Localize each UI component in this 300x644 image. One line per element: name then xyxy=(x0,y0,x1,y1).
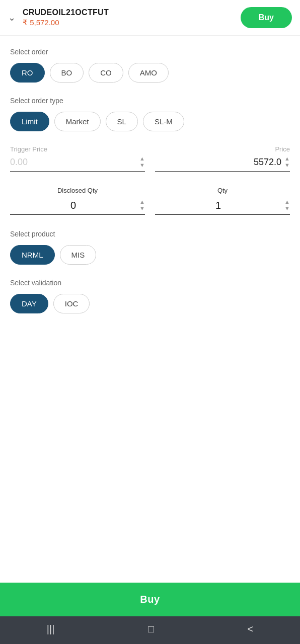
product-option-mis[interactable]: MIS xyxy=(60,245,97,265)
order-sub-type-group: Limit Market SL SL-M xyxy=(10,112,290,131)
header: ⌄ CRUDEOIL21OCTFUT ₹ 5,572.00 Buy xyxy=(0,0,300,36)
qty-spinner: ▲ ▼ xyxy=(284,199,290,211)
qty-value[interactable]: 1 xyxy=(155,200,281,211)
instrument-price: ₹ 5,572.00 xyxy=(23,18,237,27)
instrument-title: CRUDEOIL21OCTFUT xyxy=(23,8,237,17)
select-order-type-section: Select order type Limit Market SL SL-M xyxy=(10,97,290,131)
footer-buy-button[interactable]: Buy xyxy=(0,583,300,616)
main-content: Select order RO BO CO AMO Select order t… xyxy=(0,36,300,455)
product-group: NRML MIS xyxy=(10,245,290,265)
trigger-price-down-arrow[interactable]: ▼ xyxy=(139,163,145,168)
validation-option-day[interactable]: DAY xyxy=(10,294,48,313)
price-up-arrow[interactable]: ▲ xyxy=(284,156,290,162)
disclosed-qty-value[interactable]: 0 xyxy=(10,200,136,211)
order-option-bo[interactable]: BO xyxy=(50,63,84,83)
order-type-sl[interactable]: SL xyxy=(106,112,138,131)
qty-wrap: 1 ▲ ▼ xyxy=(155,199,290,215)
disclosed-qty-label: Disclosed Qty xyxy=(10,187,145,194)
select-validation-section: Select validation DAY IOC xyxy=(10,279,290,313)
trigger-price-up-arrow[interactable]: ▲ xyxy=(139,156,145,162)
order-type-slm[interactable]: SL-M xyxy=(143,112,184,131)
price-fields-row: Trigger Price 0.00 ▲ ▼ Price 5572.0 ▲ ▼ xyxy=(10,145,290,172)
disclosed-qty-up-arrow[interactable]: ▲ xyxy=(139,199,145,205)
price-spinner: ▲ ▼ xyxy=(284,156,290,168)
product-option-nrml[interactable]: NRML xyxy=(10,245,55,265)
order-type-group: RO BO CO AMO xyxy=(10,63,290,83)
select-product-label: Select product xyxy=(10,230,290,238)
trigger-price-spinner: ▲ ▼ xyxy=(139,156,145,168)
order-type-market[interactable]: Market xyxy=(54,112,101,131)
buy-button-header[interactable]: Buy xyxy=(241,7,292,28)
disclosed-qty-spinner: ▲ ▼ xyxy=(139,199,145,211)
price-down-arrow[interactable]: ▼ xyxy=(284,163,290,168)
select-order-section: Select order RO BO CO AMO xyxy=(10,48,290,83)
order-option-ro[interactable]: RO xyxy=(10,63,45,83)
price-wrap: 5572.0 ▲ ▼ xyxy=(155,156,290,172)
select-order-type-label: Select order type xyxy=(10,97,290,105)
menu-icon[interactable]: ||| xyxy=(47,623,55,635)
home-icon[interactable]: □ xyxy=(148,623,154,635)
order-option-co[interactable]: CO xyxy=(89,63,123,83)
select-product-section: Select product NRML MIS xyxy=(10,230,290,265)
nav-bar: ||| □ < xyxy=(0,616,300,644)
order-option-amo[interactable]: AMO xyxy=(128,63,169,83)
qty-down-arrow[interactable]: ▼ xyxy=(284,206,290,211)
price-group: Price 5572.0 ▲ ▼ xyxy=(155,145,290,172)
validation-option-ioc[interactable]: IOC xyxy=(53,294,90,313)
trigger-price-group: Trigger Price 0.00 ▲ ▼ xyxy=(10,145,145,172)
trigger-price-value[interactable]: 0.00 xyxy=(10,157,136,168)
select-validation-label: Select validation xyxy=(10,279,290,287)
qty-fields-row: Disclosed Qty 0 ▲ ▼ Qty 1 ▲ ▼ xyxy=(10,187,290,215)
price-label: Price xyxy=(155,145,290,153)
trigger-price-wrap: 0.00 ▲ ▼ xyxy=(10,156,145,172)
disclosed-qty-down-arrow[interactable]: ▼ xyxy=(139,206,145,211)
qty-label: Qty xyxy=(155,187,290,194)
back-icon[interactable]: < xyxy=(248,623,254,635)
trigger-price-label: Trigger Price xyxy=(10,145,145,153)
chevron-down-icon[interactable]: ⌄ xyxy=(8,12,16,23)
qty-group: Qty 1 ▲ ▼ xyxy=(155,187,290,215)
qty-up-arrow[interactable]: ▲ xyxy=(284,199,290,205)
disclosed-qty-wrap: 0 ▲ ▼ xyxy=(10,199,145,215)
order-type-limit[interactable]: Limit xyxy=(10,112,49,131)
header-info: CRUDEOIL21OCTFUT ₹ 5,572.00 xyxy=(23,8,237,27)
select-order-label: Select order xyxy=(10,48,290,56)
validation-group: DAY IOC xyxy=(10,294,290,313)
price-value[interactable]: 5572.0 xyxy=(155,157,281,168)
disclosed-qty-group: Disclosed Qty 0 ▲ ▼ xyxy=(10,187,145,215)
